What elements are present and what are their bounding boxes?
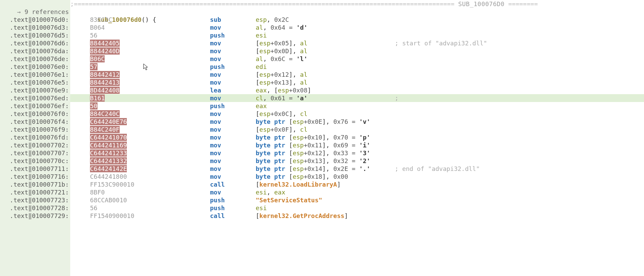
opcode-bytes: 8D442408 [90,86,210,94]
mnemonic: mov [210,78,256,86]
address-row[interactable]: .text‖0100076e5: [0,78,69,86]
address-gutter: → 9 references .text‖0100076d0:.text‖010… [0,0,70,276]
address-row[interactable]: .text‖010007711: [0,165,69,173]
address-row[interactable]: .text‖0100076d3: [0,24,69,31]
disasm-row[interactable]: B06Cmoval, 0x6C = 'l' [70,55,644,63]
disasm-row[interactable]: 88442412mov[esp+0x12], al [70,71,644,78]
disasm-row[interactable]: 884C240Fmov[esp+0x0F], cl [70,126,644,133]
address-row[interactable]: .text‖0100076d5: [0,31,69,39]
inline-comment[interactable]: ; start of "advapi32.dll" [395,39,487,47]
address-row[interactable]: .text‖010007716: [0,173,69,180]
address-row[interactable]: .text‖0100076e1: [0,71,69,78]
disasm-row[interactable]: 88442413mov[esp+0x13], al [70,78,644,86]
operands: cl, 0x61 = 'a' [256,94,308,102]
disasm-row[interactable]: 56pushesi [70,31,644,39]
disasm-row[interactable]: 83EC2Csubesp, 0x2C [70,16,644,24]
disasm-row[interactable]: 884C240Cmov[esp+0x0C], cl [70,110,644,118]
gutter-references[interactable]: → 9 references [0,8,69,16]
mnemonic: mov [210,47,256,55]
disasm-row[interactable]: C64424142Emovbyte ptr [esp+0x14], 0x2E =… [70,165,644,173]
inline-comment[interactable]: ; [395,94,399,102]
disasm-row[interactable]: 8BF0movesi, eax [70,188,644,196]
address-row[interactable]: .text‖0100076f4: [0,118,69,126]
address-row[interactable]: .text‖010007729: [0,212,69,220]
address-row[interactable]: .text‖0100076d6: [0,39,69,47]
disasm-row[interactable]: 88442405mov[esp+0x05], al; start of "adv… [70,39,644,47]
disasm-row[interactable]: C644241800movbyte ptr [esp+0x18], 0x00 [70,173,644,180]
operands: [esp+0x05], al [256,39,308,47]
address-row[interactable]: .text‖0100076da: [0,47,69,55]
disassembly-code[interactable]: ;=======================================… [70,0,644,220]
address-row[interactable]: .text‖010007721: [0,188,69,196]
disasm-row[interactable]: B064moval, 0x64 = 'd' [70,24,644,31]
disasm-row[interactable]: 8844240Dmov[esp+0x0D], al [70,47,644,55]
address-row[interactable]: .text‖0100076e0: [0,63,69,71]
address-row[interactable]: .text‖01000771b: [0,180,69,188]
address-row[interactable]: .text‖0100076fd: [0,133,69,141]
disasm-row[interactable]: C644241332movbyte ptr [esp+0x13], 0x32 =… [70,157,644,165]
opcode-bytes: B064 [90,24,210,31]
mnemonic: mov [210,157,256,165]
opcode-bytes: FF1540900010 [90,212,210,220]
operands: esi [256,204,267,212]
mnemonic: mov [210,71,256,78]
mnemonic: mov [210,118,256,126]
operands: byte ptr [esp+0x10], 0x70 = 'p' [256,133,370,141]
disasm-row[interactable]: FF1540900010call[kernel32.GetProcAddress… [70,212,644,220]
mnemonic: mov [210,94,256,102]
mnemonic: mov [210,110,256,118]
disasm-row[interactable]: C644240E76movbyte ptr [esp+0x0E], 0x76 =… [70,118,644,126]
operands: [kernel32.GetProcAddress] [256,212,348,220]
opcode-bytes: 884C240F [90,126,210,133]
mnemonic: call [210,212,256,220]
mnemonic: mov [210,39,256,47]
opcode-bytes: FF153C900010 [90,180,210,188]
disasm-row[interactable]: 68CCAB0010push"SetServiceStatus" [70,196,644,204]
address-row[interactable]: .text‖0100076ef: [0,102,69,110]
operands: [esp+0x13], al [256,78,308,86]
mnemonic: mov [210,149,256,157]
operands: esi, eax [256,188,285,196]
opcode-bytes: 8BF0 [90,188,210,196]
address-row[interactable]: .text‖0100076f9: [0,126,69,133]
gutter-blank [0,0,69,8]
disasm-row[interactable]: B161movcl, 0x61 = 'a'; [70,94,644,102]
mnemonic: mov [210,165,256,173]
operands: "SetServiceStatus" [256,196,322,204]
mnemonic: mov [210,173,256,180]
inline-comment[interactable]: ; end of "advapi32.dll" [395,165,480,173]
opcode-bytes: C644240E76 [90,118,210,126]
address-row[interactable]: .text‖010007728: [0,204,69,212]
address-row[interactable]: .text‖01000770c: [0,157,69,165]
address-row[interactable]: .text‖010007702: [0,141,69,149]
operands: [kernel32.LoadLibraryA] [256,180,341,188]
opcode-bytes: C644241233 [90,149,210,157]
operands: al, 0x64 = 'd' [256,24,308,31]
address-row[interactable]: .text‖010007723: [0,196,69,204]
subroutine-header[interactable]: sub_100076d0() { [70,8,644,16]
disasm-row[interactable]: C644241070movbyte ptr [esp+0x10], 0x70 =… [70,133,644,141]
disasm-row[interactable]: FF153C900010call[kernel32.LoadLibraryA] [70,180,644,188]
operands: esi [256,31,267,39]
disasm-row[interactable]: 50pusheax [70,102,644,110]
operands: edi [256,63,267,71]
disasm-row[interactable]: 57pushedi [70,63,644,71]
opcode-bytes: 57 [90,63,210,71]
operands: [esp+0x0D], al [256,47,308,55]
address-row[interactable]: .text‖0100076d0: [0,16,69,24]
operands: eax, [esp+0x08] [256,86,311,94]
disasm-row[interactable]: C644241169movbyte ptr [esp+0x11], 0x69 =… [70,141,644,149]
disasm-row[interactable]: 8D442408leaeax, [esp+0x08] [70,86,644,94]
address-row[interactable]: .text‖0100076de: [0,55,69,63]
mnemonic: mov [210,55,256,63]
opcode-bytes: 83EC2C [90,16,210,24]
address-row[interactable]: .text‖0100076ed: [0,94,69,102]
mnemonic: sub [210,16,256,24]
disasm-row[interactable]: C644241233movbyte ptr [esp+0x12], 0x33 =… [70,149,644,157]
disassembly-view[interactable]: → 9 references .text‖0100076d0:.text‖010… [0,0,644,276]
address-row[interactable]: .text‖010007707: [0,149,69,157]
address-row[interactable]: .text‖0100076e9: [0,86,69,94]
disasm-row[interactable]: 56pushesi [70,204,644,212]
mnemonic: push [210,102,256,110]
address-row[interactable]: .text‖0100076f0: [0,110,69,118]
